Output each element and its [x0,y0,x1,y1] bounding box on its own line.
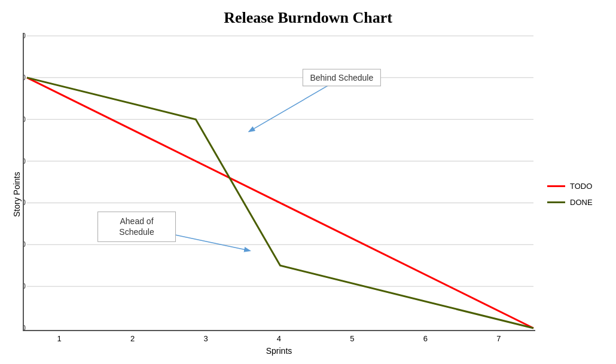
legend-todo-line [547,185,565,187]
chart-area: 204060801001201400Behind ScheduleAhead o… [23,33,535,356]
svg-text:80: 80 [24,157,26,165]
plot-area: 204060801001201400Behind ScheduleAhead o… [23,33,535,331]
x-tick-label: 5 [316,334,389,343]
legend-todo-label: TODO [570,182,592,191]
svg-text:140: 140 [24,33,26,40]
legend-todo: TODO [547,182,601,191]
x-tick-label: 3 [169,334,242,343]
x-axis-labels: 1234567 [23,334,535,343]
x-tick-label: 7 [462,334,535,343]
y-axis-label: Story Points [9,33,22,356]
svg-text:120: 120 [24,73,26,81]
svg-text:100: 100 [24,115,26,123]
x-tick-label: 6 [389,334,462,343]
x-tick-label: 1 [23,334,96,343]
svg-text:Behind Schedule: Behind Schedule [310,72,373,82]
x-axis-title: Sprints [23,346,535,356]
x-tick-label: 2 [96,334,169,343]
legend: TODO DONE [535,33,607,356]
legend-done: DONE [547,198,601,207]
chart-title: Release Burndown Chart [224,9,392,27]
svg-text:Schedule: Schedule [119,227,154,237]
svg-text:Ahead of: Ahead of [120,216,154,226]
svg-text:20: 20 [24,282,26,290]
svg-text:40: 40 [24,240,26,249]
svg-text:0: 0 [24,324,26,331]
x-tick-label: 4 [242,334,315,343]
chart-svg: 204060801001201400Behind ScheduleAhead o… [24,33,536,331]
chart-container: Release Burndown Chart Story Points 2040… [9,9,607,356]
legend-done-line [547,201,565,203]
legend-done-label: DONE [570,198,593,207]
svg-text:60: 60 [24,198,26,207]
